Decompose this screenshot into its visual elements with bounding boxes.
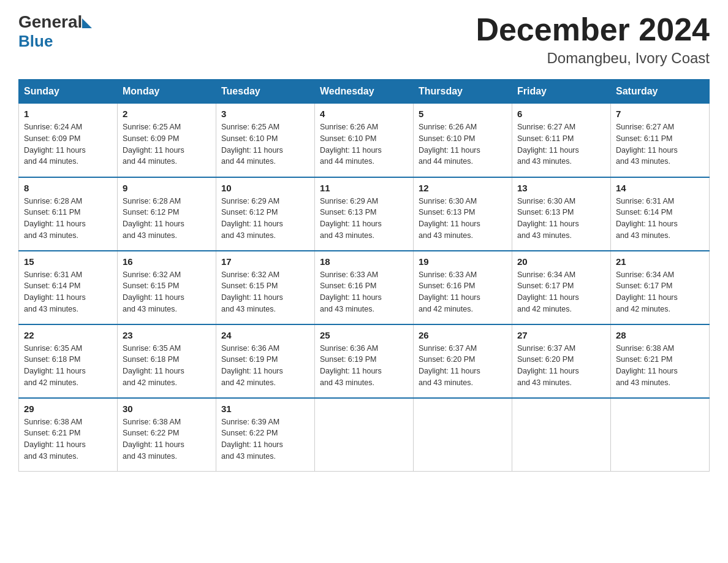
logo-arrow-icon [82,18,92,28]
day-number: 1 [24,109,112,119]
col-sunday: Sunday [19,80,118,104]
day-number: 15 [24,256,112,267]
calendar-day-cell: 11 Sunrise: 6:29 AM Sunset: 6:13 PM Dayl… [315,177,414,251]
calendar-day-cell: 26 Sunrise: 6:37 AM Sunset: 6:20 PM Dayl… [414,324,512,398]
day-number: 27 [517,330,605,340]
day-number: 2 [123,109,211,119]
day-number: 9 [123,183,211,193]
calendar-week-row: 22 Sunrise: 6:35 AM Sunset: 6:18 PM Dayl… [19,324,710,398]
location-subtitle: Domangbeu, Ivory Coast [476,50,710,67]
day-number: 20 [517,256,605,267]
calendar-day-cell: 5 Sunrise: 6:26 AM Sunset: 6:10 PM Dayli… [414,104,512,177]
day-number: 23 [123,330,211,340]
day-number: 10 [221,183,309,193]
calendar-day-cell: 12 Sunrise: 6:30 AM Sunset: 6:13 PM Dayl… [414,177,512,251]
day-number: 14 [616,183,704,193]
day-info: Sunrise: 6:32 AM Sunset: 6:15 PM Dayligh… [221,269,309,315]
header-row: Sunday Monday Tuesday Wednesday Thursday… [19,80,710,104]
day-info: Sunrise: 6:26 AM Sunset: 6:10 PM Dayligh… [320,121,408,167]
day-info: Sunrise: 6:34 AM Sunset: 6:17 PM Dayligh… [517,269,605,315]
calendar-day-cell [611,398,710,472]
day-number: 7 [616,109,704,119]
day-info: Sunrise: 6:38 AM Sunset: 6:21 PM Dayligh… [24,416,112,462]
day-info: Sunrise: 6:29 AM Sunset: 6:12 PM Dayligh… [221,196,309,242]
calendar-day-cell: 18 Sunrise: 6:33 AM Sunset: 6:16 PM Dayl… [315,251,414,324]
day-info: Sunrise: 6:39 AM Sunset: 6:22 PM Dayligh… [221,416,309,462]
day-number: 12 [419,183,507,193]
calendar-day-cell: 27 Sunrise: 6:37 AM Sunset: 6:20 PM Dayl… [512,324,611,398]
calendar-day-cell: 28 Sunrise: 6:38 AM Sunset: 6:21 PM Dayl… [611,324,710,398]
day-info: Sunrise: 6:32 AM Sunset: 6:15 PM Dayligh… [123,269,211,315]
day-info: Sunrise: 6:36 AM Sunset: 6:19 PM Dayligh… [221,343,309,389]
day-number: 19 [419,256,507,267]
day-info: Sunrise: 6:36 AM Sunset: 6:19 PM Dayligh… [320,343,408,389]
day-info: Sunrise: 6:35 AM Sunset: 6:18 PM Dayligh… [24,343,112,389]
col-wednesday: Wednesday [315,80,414,104]
day-info: Sunrise: 6:33 AM Sunset: 6:16 PM Dayligh… [419,269,507,315]
day-info: Sunrise: 6:27 AM Sunset: 6:11 PM Dayligh… [517,121,605,167]
calendar-week-row: 8 Sunrise: 6:28 AM Sunset: 6:11 PM Dayli… [19,177,710,251]
calendar-week-row: 1 Sunrise: 6:24 AM Sunset: 6:09 PM Dayli… [19,104,710,177]
day-info: Sunrise: 6:34 AM Sunset: 6:17 PM Dayligh… [616,269,704,315]
logo-blue-text: Blue [18,32,92,51]
logo: General Blue [18,12,92,51]
page-header: General Blue December 2024 Domangbeu, Iv… [18,12,710,67]
day-number: 28 [616,330,704,340]
calendar-day-cell: 9 Sunrise: 6:28 AM Sunset: 6:12 PM Dayli… [118,177,216,251]
day-info: Sunrise: 6:25 AM Sunset: 6:09 PM Dayligh… [123,121,211,167]
day-info: Sunrise: 6:30 AM Sunset: 6:13 PM Dayligh… [419,196,507,242]
day-number: 21 [616,256,704,267]
calendar-day-cell: 7 Sunrise: 6:27 AM Sunset: 6:11 PM Dayli… [611,104,710,177]
col-saturday: Saturday [611,80,710,104]
calendar-day-cell: 15 Sunrise: 6:31 AM Sunset: 6:14 PM Dayl… [19,251,118,324]
col-friday: Friday [512,80,611,104]
calendar-day-cell: 4 Sunrise: 6:26 AM Sunset: 6:10 PM Dayli… [315,104,414,177]
calendar-day-cell: 6 Sunrise: 6:27 AM Sunset: 6:11 PM Dayli… [512,104,611,177]
day-number: 24 [221,330,309,340]
calendar-header: Sunday Monday Tuesday Wednesday Thursday… [19,80,710,104]
calendar-day-cell: 24 Sunrise: 6:36 AM Sunset: 6:19 PM Dayl… [216,324,315,398]
calendar-day-cell: 13 Sunrise: 6:30 AM Sunset: 6:13 PM Dayl… [512,177,611,251]
day-number: 17 [221,256,309,267]
calendar-day-cell [414,398,512,472]
calendar-day-cell [512,398,611,472]
calendar-day-cell: 23 Sunrise: 6:35 AM Sunset: 6:18 PM Dayl… [118,324,216,398]
logo-general-text: General [18,12,82,32]
day-number: 5 [419,109,507,119]
day-info: Sunrise: 6:30 AM Sunset: 6:13 PM Dayligh… [517,196,605,242]
calendar-day-cell: 21 Sunrise: 6:34 AM Sunset: 6:17 PM Dayl… [611,251,710,324]
day-number: 11 [320,183,408,193]
day-number: 8 [24,183,112,193]
day-info: Sunrise: 6:28 AM Sunset: 6:12 PM Dayligh… [123,196,211,242]
calendar-day-cell: 25 Sunrise: 6:36 AM Sunset: 6:19 PM Dayl… [315,324,414,398]
day-number: 18 [320,256,408,267]
day-info: Sunrise: 6:25 AM Sunset: 6:10 PM Dayligh… [221,121,309,167]
month-title: December 2024 [476,12,710,47]
day-info: Sunrise: 6:28 AM Sunset: 6:11 PM Dayligh… [24,196,112,242]
calendar-day-cell: 31 Sunrise: 6:39 AM Sunset: 6:22 PM Dayl… [216,398,315,472]
day-info: Sunrise: 6:31 AM Sunset: 6:14 PM Dayligh… [24,269,112,315]
day-info: Sunrise: 6:24 AM Sunset: 6:09 PM Dayligh… [24,121,112,167]
calendar-day-cell: 16 Sunrise: 6:32 AM Sunset: 6:15 PM Dayl… [118,251,216,324]
day-info: Sunrise: 6:26 AM Sunset: 6:10 PM Dayligh… [419,121,507,167]
calendar-day-cell: 3 Sunrise: 6:25 AM Sunset: 6:10 PM Dayli… [216,104,315,177]
day-info: Sunrise: 6:37 AM Sunset: 6:20 PM Dayligh… [419,343,507,389]
calendar-day-cell: 8 Sunrise: 6:28 AM Sunset: 6:11 PM Dayli… [19,177,118,251]
col-tuesday: Tuesday [216,80,315,104]
day-number: 22 [24,330,112,340]
day-number: 16 [123,256,211,267]
calendar-week-row: 29 Sunrise: 6:38 AM Sunset: 6:21 PM Dayl… [19,398,710,472]
calendar-day-cell: 19 Sunrise: 6:33 AM Sunset: 6:16 PM Dayl… [414,251,512,324]
calendar-day-cell: 29 Sunrise: 6:38 AM Sunset: 6:21 PM Dayl… [19,398,118,472]
day-number: 30 [123,404,211,414]
day-info: Sunrise: 6:27 AM Sunset: 6:11 PM Dayligh… [616,121,704,167]
day-number: 31 [221,404,309,414]
day-info: Sunrise: 6:37 AM Sunset: 6:20 PM Dayligh… [517,343,605,389]
day-number: 25 [320,330,408,340]
calendar-day-cell: 1 Sunrise: 6:24 AM Sunset: 6:09 PM Dayli… [19,104,118,177]
col-thursday: Thursday [414,80,512,104]
day-number: 3 [221,109,309,119]
calendar-week-row: 15 Sunrise: 6:31 AM Sunset: 6:14 PM Dayl… [19,251,710,324]
day-number: 26 [419,330,507,340]
day-info: Sunrise: 6:38 AM Sunset: 6:21 PM Dayligh… [616,343,704,389]
